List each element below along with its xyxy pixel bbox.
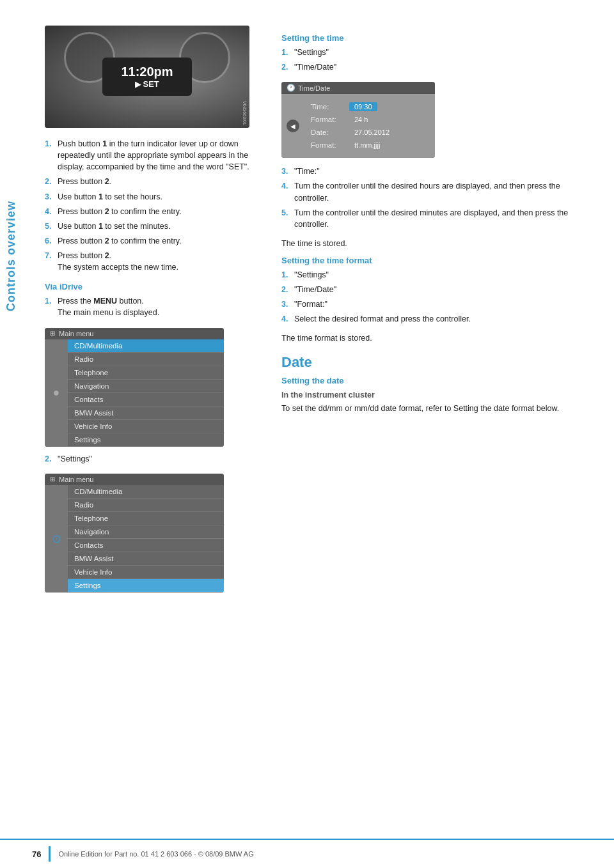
main-menu-screenshot-1: ⊞ Main menu ● CD/Multimedia Radio Teleph… [45,328,224,447]
date-main-heading: Date [281,354,588,371]
left-column: 11:20pm ▶ SET V033663/01 1. Push button … [45,26,262,599]
menu-header-2: ⊞ Main menu [45,474,224,485]
steps-after-timedate: 3. "Time:" 4. Turn the controller until … [281,166,588,230]
time-format-steps: 1. "Settings" 2. "Time/Date" 3. "Format:… [281,269,588,325]
page-number: 76 [32,849,41,859]
menu-item-telephone-2: Telephone [68,512,224,525]
right-step-2: 2. "Time/Date" [281,61,588,73]
idrive-step-1: 1. Press the MENU button.The main menu i… [45,295,262,318]
main-menu-screenshot-2: ⊞ Main menu ⊙ CD/Multimedia Radio Teleph… [45,474,224,593]
setting-time-format-heading: Setting the time format [281,256,588,265]
menu-item-bmwassist-1: BMW Assist [68,407,224,420]
in-instrument-cluster-heading: In the instrument cluster [281,391,588,399]
menu-icon-2: ⊞ [50,476,55,483]
step-3: 3. Use button 1 to set the hours. [45,191,262,203]
timedate-screenshot: 🕐 Time/Date ◀ Time: 09:30 Format: 24 h [281,82,435,158]
instrument-steps-list: 1. Push button 1 in the turn indicator l… [45,138,262,273]
setting-date-heading: Setting the date [281,376,588,385]
timedate-row-date: Date: 27.05.2012 [303,126,430,139]
right-step-3: 3. "Time:" [281,166,588,177]
instrument-cluster-image: 11:20pm ▶ SET V033663/01 [45,26,249,128]
step-6: 6. Press button 2 to confirm the entry. [45,235,262,247]
format-step-3: 3. "Format:" [281,298,588,310]
idrive-step-2: 2. "Settings" [45,453,262,465]
timedate-header: 🕐 Time/Date [281,82,435,94]
menu-item-vehicleinfo-2: Vehicle Info [68,566,224,579]
menu-item-vehicleinfo-1: Vehicle Info [68,420,224,433]
menu-item-contacts-1: Contacts [68,393,224,407]
footer-text: Online Edition for Part no. 01 41 2 603 … [58,850,253,858]
cluster-time-display: 11:20pm [121,65,173,79]
in-instrument-cluster-text: To set the dd/mm or mm/dd date format, r… [281,403,588,415]
timedate-row-format2: Format: tt.mm.jjjj [303,139,430,151]
menu-item-radio-2: Radio [68,499,224,512]
time-stored-text: The time is stored. [281,239,588,248]
format-step-2: 2. "Time/Date" [281,284,588,295]
sidebar-label: Controls overview [0,96,23,415]
menu-item-settings-2: Settings [68,579,224,593]
menu-body-2: ⊙ CD/Multimedia Radio Telephone Navigati… [45,485,224,593]
nav-circle-left: ◀ [287,120,299,132]
footer: 76 Online Edition for Part no. 01 41 2 6… [0,839,614,868]
image-watermark: V033663/01 [242,101,247,125]
right-column: Setting the time 1. "Settings" 2. "Time/… [281,26,588,599]
menu-body-1: ● CD/Multimedia Radio Telephone Navigati… [45,339,224,447]
step-5: 5. Use button 1 to set the minutes. [45,221,262,232]
footer-divider [49,846,51,862]
menu-item-settings-1: Settings [68,433,224,447]
menu-item-cdmultimedia-2: CD/Multimedia [68,485,224,499]
right-step-1: 1. "Settings" [281,47,588,58]
timedate-icon: 🕐 [287,84,295,92]
right-step-4: 4. Turn the controller until the desired… [281,180,588,203]
setting-time-heading: Setting the time [281,33,588,43]
timedate-row-time: Time: 09:30 [303,100,430,113]
cluster-arrow: ▶ SET [135,79,159,89]
menu-item-contacts-2: Contacts [68,539,224,552]
menu-item-radio-1: Radio [68,353,224,366]
format-step-1: 1. "Settings" [281,269,588,281]
menu-item-telephone-1: Telephone [68,366,224,380]
idrive-step2-list: 2. "Settings" [45,453,262,465]
menu-items-1: CD/Multimedia Radio Telephone Navigation… [68,339,224,447]
step-1: 1. Push button 1 in the turn indicator l… [45,138,262,173]
cluster-set-label: SET [143,79,159,89]
setting-time-steps: 1. "Settings" 2. "Time/Date" [281,47,588,73]
menu-items-2: CD/Multimedia Radio Telephone Navigation… [68,485,224,593]
menu-left-circle-1: ● [45,339,68,447]
time-format-stored-text: The time format is stored. [281,334,588,343]
step-7: 7. Press button 2.The system accepts the… [45,250,262,273]
right-step-5: 5. Turn the controller until the desired… [281,207,588,230]
via-idrive-heading: Via iDrive [45,282,262,291]
format-step-4: 4. Select the desired format and press t… [281,313,588,325]
idrive-steps-list: 1. Press the MENU button.The main menu i… [45,295,262,318]
timedate-row-format1: Format: 24 h [303,113,430,126]
step-4: 4. Press button 2 to confirm the entry. [45,206,262,217]
step-2: 2. Press button 2. [45,176,262,187]
timedate-body: ◀ Time: 09:30 Format: 24 h Date: 27.05.2 [281,94,435,158]
menu-item-navigation-1: Navigation [68,380,224,393]
menu-icon-1: ⊞ [50,330,55,337]
menu-header-1: ⊞ Main menu [45,328,224,339]
menu-left-circle-2: ⊙ [45,485,68,593]
menu-item-navigation-2: Navigation [68,525,224,539]
menu-item-cdmultimedia-1: CD/Multimedia [68,339,224,353]
menu-item-bmwassist-2: BMW Assist [68,552,224,566]
